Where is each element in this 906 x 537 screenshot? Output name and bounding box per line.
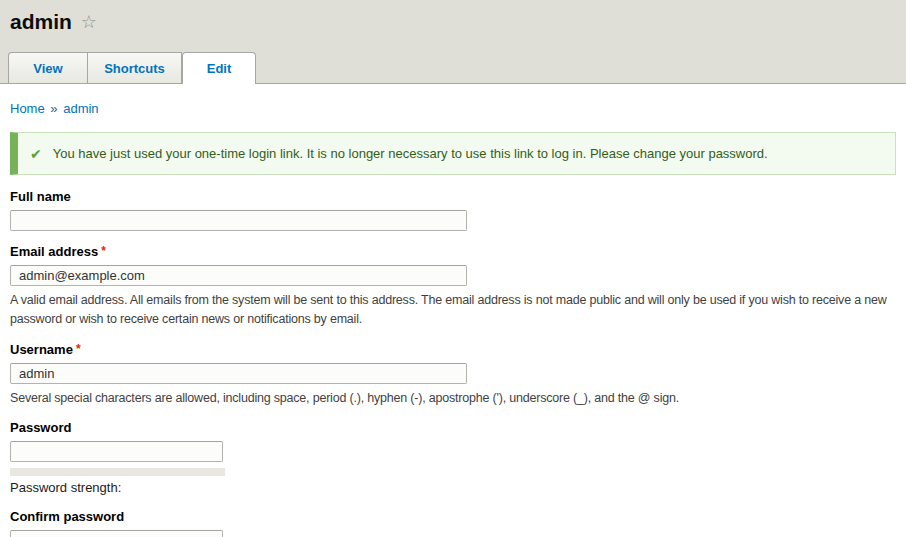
breadcrumb-home-link[interactable]: Home bbox=[10, 101, 45, 116]
main-content: Home » admin ✔ You have just used your o… bbox=[0, 101, 906, 537]
password-input[interactable] bbox=[10, 441, 223, 462]
username-field-group: Username* Several special characters are… bbox=[10, 342, 896, 408]
page-header: admin ☆ View Shortcuts Edit bbox=[0, 0, 906, 84]
email-input[interactable] bbox=[10, 265, 467, 286]
user-edit-form: Full name Email address* A valid email a… bbox=[10, 189, 896, 537]
email-label: Email address* bbox=[10, 244, 896, 259]
username-label: Username* bbox=[10, 342, 896, 357]
password-strength-label: Password strength: bbox=[10, 480, 896, 495]
password-label: Password bbox=[10, 420, 896, 435]
tab-edit[interactable]: Edit bbox=[182, 52, 256, 84]
breadcrumb: Home » admin bbox=[10, 101, 896, 116]
username-input[interactable] bbox=[10, 363, 467, 384]
status-message: ✔ You have just used your one-time login… bbox=[10, 132, 896, 175]
checkmark-icon: ✔ bbox=[30, 147, 42, 161]
full-name-field-group: Full name bbox=[10, 189, 896, 231]
password-field-group: Password Password strength: bbox=[10, 420, 896, 495]
email-description: A valid email address. All emails from t… bbox=[10, 291, 890, 329]
email-field-group: Email address* A valid email address. Al… bbox=[10, 244, 896, 329]
full-name-input[interactable] bbox=[10, 210, 467, 231]
required-asterisk: * bbox=[76, 342, 81, 356]
page-title: admin ☆ bbox=[0, 0, 906, 34]
confirm-password-label: Confirm password bbox=[10, 509, 896, 524]
required-asterisk: * bbox=[101, 244, 106, 258]
full-name-label: Full name bbox=[10, 189, 896, 204]
tab-shortcuts[interactable]: Shortcuts bbox=[88, 52, 182, 83]
breadcrumb-current-link[interactable]: admin bbox=[63, 101, 98, 116]
page-title-text: admin bbox=[10, 9, 72, 34]
confirm-password-field-group: Confirm password Passwords match: bbox=[10, 509, 896, 537]
primary-tabs: View Shortcuts Edit bbox=[0, 52, 906, 84]
confirm-password-input[interactable] bbox=[10, 530, 223, 537]
status-message-text: You have just used your one-time login l… bbox=[53, 146, 768, 161]
breadcrumb-separator: » bbox=[48, 101, 59, 116]
username-description: Several special characters are allowed, … bbox=[10, 389, 890, 408]
password-strength-bar bbox=[10, 468, 225, 476]
tab-view[interactable]: View bbox=[8, 52, 88, 83]
shortcut-star-icon[interactable]: ☆ bbox=[81, 13, 97, 31]
